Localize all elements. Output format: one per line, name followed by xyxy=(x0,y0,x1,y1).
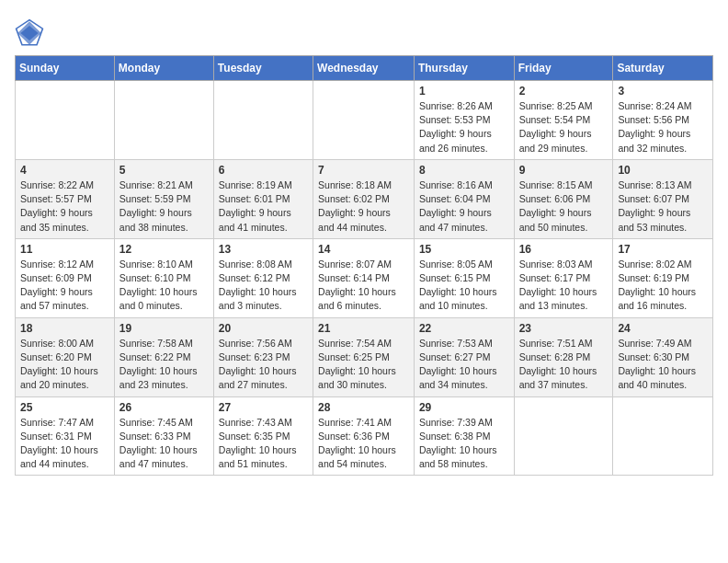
logo-icon xyxy=(15,18,44,48)
day-info: Sunrise: 8:16 AM Sunset: 6:04 PM Dayligh… xyxy=(419,178,509,235)
day-info: Sunrise: 7:43 AM Sunset: 6:35 PM Dayligh… xyxy=(219,416,308,472)
day-number: 9 xyxy=(519,164,609,177)
page-header xyxy=(15,15,713,48)
day-number: 15 xyxy=(419,243,509,256)
calendar-cell: 29Sunrise: 7:39 AM Sunset: 6:38 PM Dayli… xyxy=(414,396,514,476)
day-info: Sunrise: 7:47 AM Sunset: 6:31 PM Dayligh… xyxy=(20,416,109,472)
calendar-cell: 15Sunrise: 8:05 AM Sunset: 6:15 PM Dayli… xyxy=(414,238,514,317)
week-row-2: 4Sunrise: 8:22 AM Sunset: 5:57 PM Daylig… xyxy=(16,159,713,238)
calendar-cell xyxy=(114,81,213,160)
calendar-cell: 11Sunrise: 8:12 AM Sunset: 6:09 PM Dayli… xyxy=(16,238,115,317)
calendar-cell: 7Sunrise: 8:18 AM Sunset: 6:02 PM Daylig… xyxy=(313,159,415,238)
day-number: 14 xyxy=(318,243,409,256)
day-info: Sunrise: 7:39 AM Sunset: 6:38 PM Dayligh… xyxy=(419,416,509,472)
day-number: 21 xyxy=(318,322,409,335)
calendar-cell: 19Sunrise: 7:58 AM Sunset: 6:22 PM Dayli… xyxy=(114,317,213,396)
calendar-cell xyxy=(514,396,613,476)
calendar-cell: 12Sunrise: 8:10 AM Sunset: 6:10 PM Dayli… xyxy=(114,238,213,317)
calendar-cell: 3Sunrise: 8:24 AM Sunset: 5:56 PM Daylig… xyxy=(613,81,713,160)
day-number: 23 xyxy=(519,322,609,335)
day-info: Sunrise: 7:51 AM Sunset: 6:28 PM Dayligh… xyxy=(519,337,609,393)
calendar-table: SundayMondayTuesdayWednesdayThursdayFrid… xyxy=(15,55,713,476)
calendar-cell: 8Sunrise: 8:16 AM Sunset: 6:04 PM Daylig… xyxy=(414,159,514,238)
day-info: Sunrise: 8:13 AM Sunset: 6:07 PM Dayligh… xyxy=(618,178,708,235)
day-info: Sunrise: 7:53 AM Sunset: 6:27 PM Dayligh… xyxy=(419,337,509,393)
day-number: 28 xyxy=(318,401,409,414)
calendar-cell xyxy=(16,81,115,160)
day-number: 1 xyxy=(419,85,509,98)
day-info: Sunrise: 8:08 AM Sunset: 6:12 PM Dayligh… xyxy=(219,258,308,314)
day-info: Sunrise: 8:18 AM Sunset: 6:02 PM Dayligh… xyxy=(318,178,409,235)
day-info: Sunrise: 8:12 AM Sunset: 6:09 PM Dayligh… xyxy=(20,258,109,314)
day-info: Sunrise: 8:10 AM Sunset: 6:10 PM Dayligh… xyxy=(119,258,209,314)
day-number: 26 xyxy=(119,401,209,414)
day-number: 18 xyxy=(20,322,109,335)
week-row-5: 25Sunrise: 7:47 AM Sunset: 6:31 PM Dayli… xyxy=(16,396,713,476)
day-number: 6 xyxy=(219,164,308,177)
day-number: 5 xyxy=(119,164,209,177)
calendar-cell: 28Sunrise: 7:41 AM Sunset: 6:36 PM Dayli… xyxy=(313,396,415,476)
day-number: 29 xyxy=(419,401,509,414)
day-info: Sunrise: 7:58 AM Sunset: 6:22 PM Dayligh… xyxy=(119,337,209,393)
week-row-3: 11Sunrise: 8:12 AM Sunset: 6:09 PM Dayli… xyxy=(16,238,713,317)
day-number: 10 xyxy=(618,164,708,177)
day-info: Sunrise: 8:03 AM Sunset: 6:17 PM Dayligh… xyxy=(519,258,609,314)
day-info: Sunrise: 8:19 AM Sunset: 6:01 PM Dayligh… xyxy=(219,178,308,235)
calendar-cell: 24Sunrise: 7:49 AM Sunset: 6:30 PM Dayli… xyxy=(613,317,713,396)
day-header-tuesday: Tuesday xyxy=(213,56,313,81)
calendar-cell: 13Sunrise: 8:08 AM Sunset: 6:12 PM Dayli… xyxy=(213,238,313,317)
day-info: Sunrise: 8:15 AM Sunset: 6:06 PM Dayligh… xyxy=(519,178,609,235)
day-number: 3 xyxy=(618,85,708,98)
day-info: Sunrise: 8:02 AM Sunset: 6:19 PM Dayligh… xyxy=(618,258,708,314)
calendar-cell: 22Sunrise: 7:53 AM Sunset: 6:27 PM Dayli… xyxy=(414,317,514,396)
day-info: Sunrise: 7:56 AM Sunset: 6:23 PM Dayligh… xyxy=(219,337,308,393)
logo xyxy=(15,18,48,48)
day-number: 20 xyxy=(219,322,308,335)
day-info: Sunrise: 8:22 AM Sunset: 5:57 PM Dayligh… xyxy=(20,178,109,235)
calendar-cell xyxy=(613,396,713,476)
calendar-cell: 16Sunrise: 8:03 AM Sunset: 6:17 PM Dayli… xyxy=(514,238,613,317)
day-number: 2 xyxy=(519,85,609,98)
header-row: SundayMondayTuesdayWednesdayThursdayFrid… xyxy=(16,56,713,81)
calendar-cell: 6Sunrise: 8:19 AM Sunset: 6:01 PM Daylig… xyxy=(213,159,313,238)
day-info: Sunrise: 8:07 AM Sunset: 6:14 PM Dayligh… xyxy=(318,258,409,314)
calendar-cell: 23Sunrise: 7:51 AM Sunset: 6:28 PM Dayli… xyxy=(514,317,613,396)
calendar-cell: 9Sunrise: 8:15 AM Sunset: 6:06 PM Daylig… xyxy=(514,159,613,238)
day-header-saturday: Saturday xyxy=(613,56,713,81)
day-info: Sunrise: 7:49 AM Sunset: 6:30 PM Dayligh… xyxy=(618,337,708,393)
day-number: 25 xyxy=(20,401,109,414)
calendar-cell: 27Sunrise: 7:43 AM Sunset: 6:35 PM Dayli… xyxy=(213,396,313,476)
day-header-wednesday: Wednesday xyxy=(313,56,415,81)
day-number: 13 xyxy=(219,243,308,256)
day-number: 22 xyxy=(419,322,509,335)
day-number: 8 xyxy=(419,164,509,177)
calendar-cell: 18Sunrise: 8:00 AM Sunset: 6:20 PM Dayli… xyxy=(16,317,115,396)
day-header-friday: Friday xyxy=(514,56,613,81)
week-row-4: 18Sunrise: 8:00 AM Sunset: 6:20 PM Dayli… xyxy=(16,317,713,396)
day-number: 7 xyxy=(318,164,409,177)
day-header-thursday: Thursday xyxy=(414,56,514,81)
day-info: Sunrise: 8:24 AM Sunset: 5:56 PM Dayligh… xyxy=(618,99,708,155)
day-header-sunday: Sunday xyxy=(16,56,115,81)
day-info: Sunrise: 8:25 AM Sunset: 5:54 PM Dayligh… xyxy=(519,99,609,155)
calendar-cell: 17Sunrise: 8:02 AM Sunset: 6:19 PM Dayli… xyxy=(613,238,713,317)
calendar-cell: 5Sunrise: 8:21 AM Sunset: 5:59 PM Daylig… xyxy=(114,159,213,238)
day-header-monday: Monday xyxy=(114,56,213,81)
day-info: Sunrise: 8:00 AM Sunset: 6:20 PM Dayligh… xyxy=(20,337,109,393)
day-number: 16 xyxy=(519,243,609,256)
day-number: 12 xyxy=(119,243,209,256)
day-number: 17 xyxy=(618,243,708,256)
day-info: Sunrise: 7:54 AM Sunset: 6:25 PM Dayligh… xyxy=(318,337,409,393)
day-number: 24 xyxy=(618,322,708,335)
calendar-cell: 14Sunrise: 8:07 AM Sunset: 6:14 PM Dayli… xyxy=(313,238,415,317)
day-number: 27 xyxy=(219,401,308,414)
day-info: Sunrise: 7:45 AM Sunset: 6:33 PM Dayligh… xyxy=(119,416,209,472)
calendar-cell: 4Sunrise: 8:22 AM Sunset: 5:57 PM Daylig… xyxy=(16,159,115,238)
day-number: 11 xyxy=(20,243,109,256)
calendar-cell: 10Sunrise: 8:13 AM Sunset: 6:07 PM Dayli… xyxy=(613,159,713,238)
calendar-cell: 2Sunrise: 8:25 AM Sunset: 5:54 PM Daylig… xyxy=(514,81,613,160)
calendar-cell: 20Sunrise: 7:56 AM Sunset: 6:23 PM Dayli… xyxy=(213,317,313,396)
day-info: Sunrise: 8:26 AM Sunset: 5:53 PM Dayligh… xyxy=(419,99,509,155)
calendar-cell: 21Sunrise: 7:54 AM Sunset: 6:25 PM Dayli… xyxy=(313,317,415,396)
week-row-1: 1Sunrise: 8:26 AM Sunset: 5:53 PM Daylig… xyxy=(16,81,713,160)
